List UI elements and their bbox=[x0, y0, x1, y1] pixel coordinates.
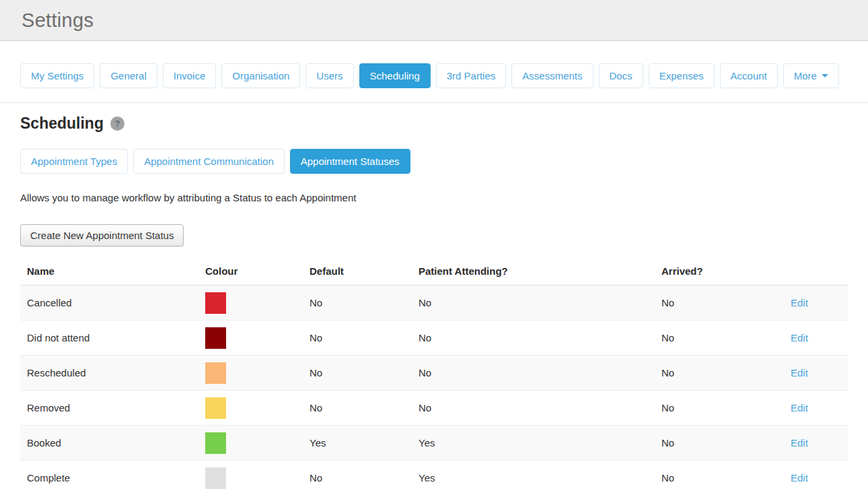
default-cell: No bbox=[303, 391, 412, 426]
patient-attending-cell: No bbox=[412, 356, 655, 391]
tabs-divider bbox=[0, 102, 868, 103]
colour-swatch bbox=[205, 467, 226, 489]
colour-swatch bbox=[205, 432, 226, 454]
table-body: Cancelled No No No Edit Did not attend N… bbox=[20, 286, 848, 496]
column-header-colour: Colour bbox=[198, 259, 303, 286]
section-title: Scheduling bbox=[20, 114, 104, 133]
status-name-cell: Cancelled bbox=[20, 286, 198, 321]
default-cell: No bbox=[303, 321, 412, 356]
default-cell: Yes bbox=[303, 426, 412, 461]
patient-attending-cell: No bbox=[412, 321, 655, 356]
edit-link[interactable]: Edit bbox=[791, 402, 808, 413]
tab-more[interactable]: More bbox=[783, 63, 839, 88]
patient-attending-cell: No bbox=[412, 286, 655, 321]
tab-users[interactable]: Users bbox=[305, 63, 353, 88]
colour-swatch bbox=[205, 397, 226, 419]
table-row: Removed No No No Edit bbox=[20, 391, 848, 426]
tab-organisation[interactable]: Organisation bbox=[221, 63, 300, 88]
subtab-appointment-statuses[interactable]: Appointment Statuses bbox=[290, 149, 410, 174]
table-header: Name Colour Default Patient Attending? A… bbox=[20, 259, 848, 286]
page-header: Settings bbox=[0, 0, 868, 41]
page-title: Settings bbox=[22, 9, 94, 32]
tab-docs[interactable]: Docs bbox=[599, 63, 643, 88]
default-cell: No bbox=[303, 286, 412, 321]
status-name-cell: Rescheduled bbox=[20, 356, 198, 391]
arrived-cell: No bbox=[655, 286, 784, 321]
edit-link[interactable]: Edit bbox=[791, 297, 808, 308]
patient-attending-cell: Yes bbox=[412, 426, 655, 461]
tab-general[interactable]: General bbox=[100, 63, 157, 88]
table-row: Booked Yes Yes No Edit bbox=[20, 426, 848, 461]
edit-link[interactable]: Edit bbox=[791, 437, 808, 449]
table-row: Complete No Yes No Edit bbox=[20, 461, 848, 496]
edit-link[interactable]: Edit bbox=[791, 332, 808, 343]
appointment-sub-tabs: Appointment Types Appointment Communicat… bbox=[20, 149, 848, 174]
tab-assessments[interactable]: Assessments bbox=[511, 63, 593, 88]
column-header-patient-attending: Patient Attending? bbox=[412, 259, 655, 286]
column-header-default: Default bbox=[303, 259, 412, 286]
default-cell: No bbox=[303, 356, 412, 391]
edit-link[interactable]: Edit bbox=[791, 367, 808, 378]
column-header-name: Name bbox=[20, 259, 198, 286]
tab-account[interactable]: Account bbox=[720, 63, 778, 88]
column-header-arrived: Arrived? bbox=[655, 259, 784, 286]
tab-3rd-parties[interactable]: 3rd Parties bbox=[436, 63, 507, 88]
patient-attending-cell: No bbox=[412, 391, 655, 426]
arrived-cell: No bbox=[655, 461, 784, 496]
patient-attending-cell: Yes bbox=[412, 461, 655, 496]
table-row: Rescheduled No No No Edit bbox=[20, 356, 848, 391]
tab-scheduling[interactable]: Scheduling bbox=[359, 63, 431, 88]
section-description: Allows you to manage workflow by attribu… bbox=[20, 192, 848, 203]
status-name-cell: Complete bbox=[20, 461, 198, 496]
table-row: Cancelled No No No Edit bbox=[20, 286, 848, 321]
content-area: My Settings General Invoice Organisation… bbox=[0, 63, 868, 496]
create-new-appointment-status-button[interactable]: Create New Appointment Status bbox=[20, 224, 184, 246]
arrived-cell: No bbox=[655, 321, 784, 356]
arrived-cell: No bbox=[655, 391, 784, 426]
status-name-cell: Did not attend bbox=[20, 321, 198, 356]
main-settings-tabs: My Settings General Invoice Organisation… bbox=[20, 63, 848, 88]
colour-swatch bbox=[205, 327, 226, 349]
colour-swatch bbox=[205, 292, 226, 314]
edit-link[interactable]: Edit bbox=[791, 472, 808, 484]
appointment-statuses-table: Name Colour Default Patient Attending? A… bbox=[20, 259, 848, 496]
help-icon[interactable]: ? bbox=[110, 117, 124, 131]
settings-page: Settings My Settings General Invoice Org… bbox=[0, 0, 868, 497]
status-name-cell: Removed bbox=[20, 391, 198, 426]
colour-swatch bbox=[205, 362, 226, 384]
status-name-cell: Booked bbox=[20, 426, 198, 461]
table-row: Did not attend No No No Edit bbox=[20, 321, 848, 356]
chevron-down-icon bbox=[822, 74, 828, 77]
subtab-appointment-types[interactable]: Appointment Types bbox=[20, 149, 128, 174]
tab-my-settings[interactable]: My Settings bbox=[20, 63, 94, 88]
column-header-actions bbox=[784, 259, 848, 286]
section-head: Scheduling ? bbox=[20, 114, 848, 133]
arrived-cell: No bbox=[655, 426, 784, 461]
default-cell: No bbox=[303, 461, 412, 496]
arrived-cell: No bbox=[655, 356, 784, 391]
tab-expenses[interactable]: Expenses bbox=[649, 63, 715, 88]
tab-invoice[interactable]: Invoice bbox=[163, 63, 217, 88]
subtab-appointment-communication[interactable]: Appointment Communication bbox=[133, 149, 285, 174]
